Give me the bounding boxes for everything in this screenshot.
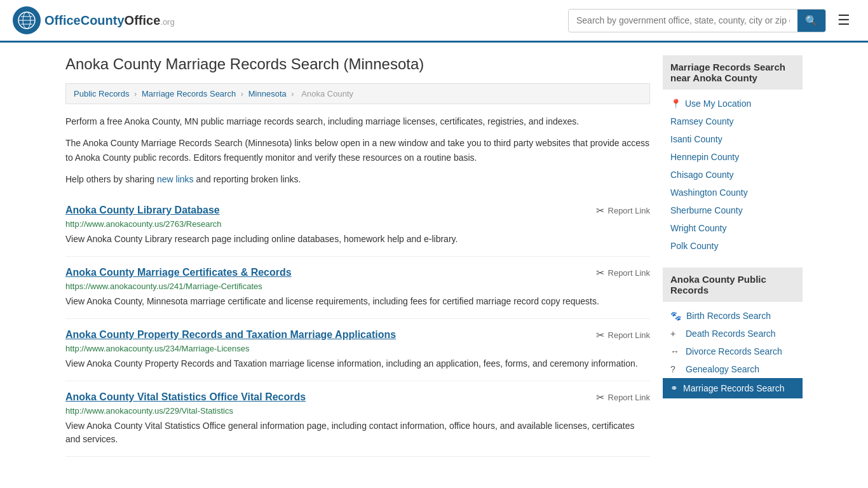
location-icon: 📍 — [670, 98, 681, 109]
sidebar-public-item-3[interactable]: ? Genealogy Search — [663, 360, 803, 378]
sidebar-county-1[interactable]: Isanti County — [663, 130, 803, 148]
sidebar-nearby-section: Marriage Records Search near Anoka Count… — [663, 55, 803, 255]
result-url-2[interactable]: http://www.anokacounty.us/234/Marriage-L… — [65, 344, 650, 353]
logo-icon — [13, 6, 41, 34]
public-record-link-1[interactable]: Death Records Search — [686, 329, 776, 339]
header-right: 🔍 ☰ — [568, 9, 855, 32]
breadcrumb: Public Records › Marriage Records Search… — [65, 83, 650, 104]
content-wrapper: Anoka County Marriage Records Search (Mi… — [53, 43, 815, 470]
site-header: OfficeCountyOffice.org 🔍 ☰ — [0, 0, 868, 43]
report-link-btn-3[interactable]: ✂ Report Link — [596, 391, 650, 403]
sidebar-counties: Ramsey CountyIsanti CountyHennepin Count… — [663, 112, 803, 255]
logo-area: OfficeCountyOffice.org — [13, 6, 175, 34]
menu-button[interactable]: ☰ — [832, 10, 855, 31]
breadcrumb-anoka: Anoka County — [301, 89, 353, 98]
result-url-0[interactable]: http://www.anokacounty.us/2763/Research — [65, 219, 650, 229]
public-record-icon-3: ? — [670, 364, 681, 374]
result-item-2: Anoka County Property Records and Taxati… — [65, 319, 650, 381]
report-icon-0: ✂ — [596, 205, 604, 217]
public-record-link-4[interactable]: Marriage Records Search — [683, 383, 785, 393]
public-record-link-0[interactable]: Birth Records Search — [686, 311, 771, 321]
result-title-0[interactable]: Anoka County Library Database — [65, 205, 220, 216]
result-item-0: Anoka County Library Database ✂ Report L… — [65, 194, 650, 257]
report-link-label-0: Report Link — [608, 206, 650, 215]
result-url-3[interactable]: http://www.anokacounty.us/229/Vital-Stat… — [65, 406, 650, 416]
breadcrumb-minnesota[interactable]: Minnesota — [248, 89, 287, 98]
report-icon-2: ✂ — [596, 329, 604, 341]
report-link-btn-1[interactable]: ✂ Report Link — [596, 267, 650, 279]
search-input[interactable] — [569, 10, 797, 30]
sidebar-county-link-1[interactable]: Isanti County — [670, 134, 722, 144]
sidebar-county-link-0[interactable]: Ramsey County — [670, 116, 734, 126]
sidebar-public-records-list: 🐾 Birth Records Search + Death Records S… — [663, 307, 803, 398]
report-link-label-2: Report Link — [608, 330, 650, 340]
search-bar: 🔍 — [568, 9, 826, 32]
sidebar-county-link-6[interactable]: Wright County — [670, 223, 726, 233]
public-record-link-2[interactable]: Divorce Records Search — [686, 346, 782, 356]
result-title-3[interactable]: Anoka County Vital Statistics Office Vit… — [65, 391, 306, 403]
desc-para3: Help others by sharing new links and rep… — [65, 172, 650, 186]
search-button[interactable]: 🔍 — [797, 10, 825, 32]
sidebar-county-link-5[interactable]: Sherburne County — [670, 205, 743, 215]
public-record-link-3[interactable]: Genealogy Search — [686, 364, 759, 374]
result-desc-3: View Anoka County Vital Statistics Offic… — [65, 419, 650, 446]
report-link-btn-2[interactable]: ✂ Report Link — [596, 329, 650, 341]
result-desc-1: View Anoka County, Minnesota marriage ce… — [65, 295, 650, 308]
public-record-icon-4: ⚭ — [670, 383, 678, 393]
sidebar-county-link-4[interactable]: Washington County — [670, 187, 748, 198]
main-content: Anoka County Marriage Records Search (Mi… — [65, 55, 650, 457]
sidebar-public-item-1[interactable]: + Death Records Search — [663, 325, 803, 342]
sidebar-county-link-7[interactable]: Polk County — [670, 241, 718, 251]
sidebar-public-item-0[interactable]: 🐾 Birth Records Search — [663, 307, 803, 325]
sidebar-public-records-header: Anoka County Public Records — [663, 268, 803, 302]
report-icon-3: ✂ — [596, 391, 604, 403]
result-item-1: Anoka County Marriage Certificates & Rec… — [65, 257, 650, 319]
report-link-label-3: Report Link — [608, 393, 650, 402]
report-icon-1: ✂ — [596, 267, 604, 279]
result-url-1[interactable]: https://www.anokacounty.us/241/Marriage-… — [65, 281, 650, 291]
report-link-btn-0[interactable]: ✂ Report Link — [596, 205, 650, 217]
result-item-3: Anoka County Vital Statistics Office Vit… — [65, 381, 650, 457]
page-title: Anoka County Marriage Records Search (Mi… — [65, 55, 650, 73]
sidebar-county-2[interactable]: Hennepin County — [663, 148, 803, 166]
sidebar-public-records-section: Anoka County Public Records 🐾 Birth Reco… — [663, 268, 803, 398]
result-title-1[interactable]: Anoka County Marriage Certificates & Rec… — [65, 267, 292, 278]
sidebar-county-0[interactable]: Ramsey County — [663, 112, 803, 130]
breadcrumb-marriage-records[interactable]: Marriage Records Search — [142, 89, 236, 98]
results-container: Anoka County Library Database ✂ Report L… — [65, 194, 650, 457]
result-title-2[interactable]: Anoka County Property Records and Taxati… — [65, 329, 396, 341]
use-my-location-link[interactable]: Use My Location — [685, 98, 751, 109]
sidebar: Marriage Records Search near Anoka Count… — [663, 55, 803, 457]
sidebar-county-link-3[interactable]: Chisago County — [670, 170, 734, 180]
result-desc-0: View Anoka County Library research page … — [65, 233, 650, 246]
sidebar-county-5[interactable]: Sherburne County — [663, 201, 803, 219]
report-link-label-1: Report Link — [608, 268, 650, 278]
logo-text: OfficeCountyOffice.org — [44, 13, 175, 28]
breadcrumb-public-records[interactable]: Public Records — [74, 89, 129, 98]
sidebar-use-my-location[interactable]: 📍 Use My Location — [663, 95, 803, 112]
result-desc-2: View Anoka County Property Records and T… — [65, 357, 650, 370]
desc-para2: The Anoka County Marriage Records Search… — [65, 136, 650, 165]
public-record-icon-1: + — [670, 329, 681, 339]
sidebar-county-link-2[interactable]: Hennepin County — [670, 152, 739, 162]
desc-para1: Perform a free Anoka County, MN public m… — [65, 114, 650, 128]
public-record-icon-2: ↔ — [670, 346, 681, 356]
public-record-icon-0: 🐾 — [670, 311, 681, 321]
sidebar-county-6[interactable]: Wright County — [663, 219, 803, 237]
sidebar-county-7[interactable]: Polk County — [663, 237, 803, 255]
sidebar-nearby-header: Marriage Records Search near Anoka Count… — [663, 55, 803, 90]
sidebar-public-item-4[interactable]: ⚭ Marriage Records Search — [663, 378, 803, 398]
sidebar-county-3[interactable]: Chisago County — [663, 166, 803, 184]
sidebar-public-item-2[interactable]: ↔ Divorce Records Search — [663, 342, 803, 360]
sidebar-county-4[interactable]: Washington County — [663, 184, 803, 201]
new-links-link[interactable]: new links — [157, 174, 194, 184]
